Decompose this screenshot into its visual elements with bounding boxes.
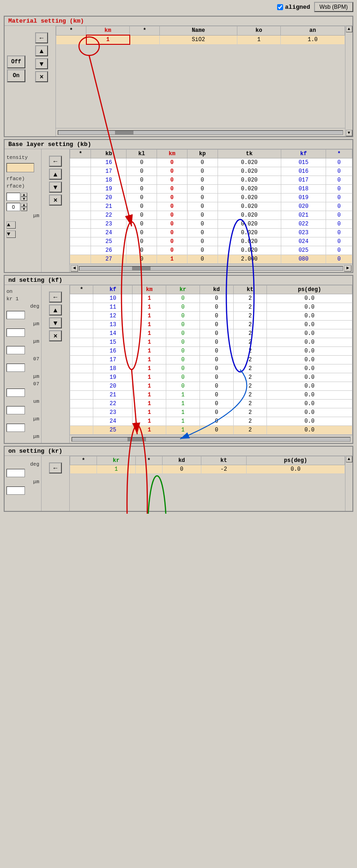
- refl-deg-input[interactable]: [6, 469, 25, 477]
- gnd-cell-ps: 0.0: [267, 382, 352, 391]
- refl-cell-star2: [135, 465, 162, 474]
- stepper1-down[interactable]: ▼: [21, 197, 27, 201]
- refl-col-ps: ps(deg): [247, 456, 345, 465]
- gnd-cell-kr: 1: [166, 408, 200, 417]
- stepper2-input[interactable]: [6, 203, 20, 211]
- gnd-cell-kf: 16: [93, 347, 133, 356]
- bl-cell-star: [70, 237, 91, 246]
- ground-deg-input[interactable]: [6, 311, 25, 319]
- gnd-col-km: km: [133, 285, 166, 294]
- aligned-checkbox-label[interactable]: aligned: [277, 4, 310, 11]
- bl-cell-tk: 0.020: [218, 158, 281, 167]
- material-up-btn[interactable]: ▲: [35, 45, 48, 56]
- triangle-down-btn[interactable]: ▼: [6, 231, 16, 238]
- gnd-cell-kd: 0: [200, 373, 233, 382]
- bl-cell-kp: 0: [187, 167, 218, 176]
- gnd-cell-star: [70, 382, 93, 391]
- base-up-btn[interactable]: ▲: [49, 169, 62, 180]
- base-layer-section: Base layer setting (kb) tensity rface) r…: [4, 139, 353, 273]
- base-left-btn[interactable]: ←: [49, 156, 62, 167]
- material-controls: ← ▲ ▼ ×: [28, 26, 55, 136]
- bl-cell-tk: 0.020: [218, 220, 281, 229]
- ground-down-btn[interactable]: ▼: [49, 317, 62, 328]
- gnd-col-kd: kd: [200, 285, 233, 294]
- gnd-cell-ps: 0.0: [267, 347, 352, 356]
- bl-col-star2: *: [326, 150, 352, 158]
- bl-cell-kl: 0: [127, 237, 157, 246]
- ground-um2-input[interactable]: [6, 346, 25, 354]
- bl-cell-kp: 0: [187, 220, 218, 229]
- material-scroll-up[interactable]: ▲: [346, 26, 352, 32]
- bl-cell-kl: 0: [127, 194, 157, 202]
- stepper1-up[interactable]: ▲: [21, 193, 27, 197]
- bl-cell-star: [70, 167, 91, 176]
- gnd-cell-ps: 0.0: [267, 400, 352, 408]
- ground-deg: deg: [6, 303, 39, 309]
- triangle-btn[interactable]: ▲: [6, 221, 16, 229]
- material-delete-btn[interactable]: ×: [35, 71, 48, 82]
- stepper2: ▲ ▼: [6, 203, 39, 211]
- reflection-scrollbar-v[interactable]: ▲: [345, 456, 352, 511]
- base-scroll-right[interactable]: ►: [344, 265, 351, 272]
- material-down-btn[interactable]: ▼: [35, 58, 48, 69]
- refl-col-kt: kt: [201, 456, 246, 465]
- bl-cell-star: [70, 220, 91, 229]
- wsb-button[interactable]: Wsb (BPM): [314, 2, 353, 12]
- ground-up-btn[interactable]: ▲: [49, 304, 62, 316]
- gnd-cell-kr: 1: [166, 417, 200, 426]
- base-delete-btn[interactable]: ×: [49, 194, 62, 206]
- bl-cell-tk: 2.000: [218, 255, 281, 264]
- bl-cell-km: 0: [157, 246, 188, 255]
- gnd-cell-star: [70, 347, 93, 356]
- material-scroll-down[interactable]: ▼: [346, 130, 352, 136]
- refl-scroll-up[interactable]: ▲: [346, 456, 352, 462]
- base-layer-scrollbar-h[interactable]: ◄ ►: [70, 264, 352, 272]
- ground-scrollbar-h[interactable]: [70, 435, 352, 443]
- bl-cell-kb: 16: [91, 158, 127, 167]
- gnd-cell-kt: 2: [233, 373, 267, 382]
- bl-cell-kb: 23: [91, 220, 127, 229]
- refl-um-input[interactable]: [6, 486, 25, 495]
- refl-um-label: μm: [6, 479, 39, 485]
- on-button[interactable]: On: [7, 69, 25, 82]
- stepper1-input[interactable]: [6, 193, 20, 201]
- reflection-left-btn[interactable]: ←: [49, 462, 62, 473]
- material-scrollbar-v[interactable]: ▲ ▼: [345, 26, 352, 136]
- gnd-cell-ps: 0.0: [267, 294, 352, 303]
- bl-cell-kb: 21: [91, 202, 127, 211]
- ground-um1-input[interactable]: [6, 328, 25, 337]
- bl-cell-kb: 26: [91, 246, 127, 255]
- material-table-container: * km * Name ko an 1 SiO2 1 1.0: [55, 26, 345, 136]
- bl-cell-kf: 024: [281, 237, 326, 246]
- bl-cell-kf: 022: [281, 220, 326, 229]
- material-scrollbar-h[interactable]: [56, 128, 345, 136]
- gnd-cell-ps: 0.0: [267, 329, 352, 338]
- base-layer-table: * kb kl km kp tk kf * 16 0 0 0 0.020 015…: [70, 149, 352, 264]
- base-down-btn[interactable]: ▼: [49, 182, 62, 193]
- aligned-checkbox[interactable]: [277, 4, 283, 10]
- ground-delete-btn[interactable]: ×: [49, 330, 62, 341]
- bl-cell-kf: 016: [281, 167, 326, 176]
- material-left-btn[interactable]: ←: [35, 32, 48, 43]
- stepper2-down[interactable]: ▼: [21, 207, 27, 211]
- stepper2-up[interactable]: ▲: [21, 203, 27, 207]
- gnd-cell-star: [70, 303, 93, 312]
- intensity-input[interactable]: [6, 163, 34, 172]
- bl-cell-kb: 24: [91, 229, 127, 237]
- gnd-cell-kt: 2: [233, 321, 267, 329]
- ground-um6-input[interactable]: [6, 424, 25, 432]
- base-scroll-left[interactable]: ◄: [71, 265, 78, 272]
- gnd-cell-km: 1: [133, 373, 166, 382]
- reflection-left-panel: deg μm: [5, 456, 42, 511]
- bl-cell-kl: 0: [127, 158, 157, 167]
- mat-cell-star2: [130, 35, 160, 44]
- gnd-col-kr: kr: [166, 285, 200, 294]
- ground-left-btn[interactable]: ←: [49, 291, 62, 303]
- refl-col-star: *: [70, 456, 97, 465]
- ground-07a-input[interactable]: [6, 364, 25, 372]
- bl-col-kp: kp: [187, 150, 218, 158]
- ground-um5-input[interactable]: [6, 406, 25, 414]
- ground-07b-input[interactable]: [6, 388, 25, 397]
- bl-cell-km: 0: [157, 237, 188, 246]
- off-button[interactable]: Off: [7, 55, 25, 68]
